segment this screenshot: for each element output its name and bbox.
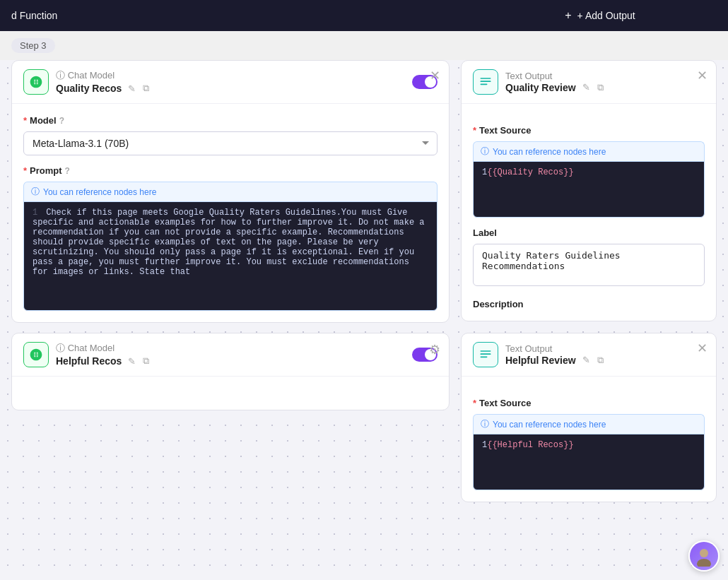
prompt-help-icon: ?	[65, 166, 70, 176]
text-source-code-area-2[interactable]: 1{{Helpful Recos}}	[473, 434, 705, 490]
prompt-section: * Prompt ? ⓘ You can reference nodes her…	[23, 165, 438, 311]
template-var-1: {{Quality Recos}}	[487, 167, 573, 177]
text-output-icon-container-1	[473, 69, 498, 95]
card-name-actions-1: ✎ ⧉	[126, 82, 151, 95]
required-star-ts2: *	[473, 398, 476, 408]
label-section: Label Quality Raters Guidelines Recommen…	[473, 227, 705, 289]
card-type-2: ⓘ Chat Model	[56, 342, 405, 355]
text-output-icon-1	[479, 75, 493, 89]
prompt-code-area[interactable]: 1Check if this page meets Google Quality…	[23, 201, 438, 311]
col-right-1: Text Output Quality Review ✎ ⧉ ✕	[461, 60, 717, 323]
info-icon-1: ⓘ	[56, 70, 68, 81]
row-1: ⓘ Chat Model Quality Recos ✎ ⧉ ✕	[11, 60, 717, 323]
label-input[interactable]: Quality Raters Guidelines Recommendation…	[473, 244, 705, 286]
svg-rect-6	[481, 353, 491, 355]
output-card-body-2: * Text Source ⓘ You can reference nodes …	[462, 377, 716, 502]
output-type-2: Text Output	[505, 343, 705, 354]
close-output-button-1[interactable]: ✕	[697, 69, 708, 82]
openai-icon-container-2	[23, 342, 49, 367]
description-label: Description	[473, 299, 705, 309]
edit-output-name-1[interactable]: ✎	[580, 81, 592, 94]
required-star-ts: *	[473, 125, 476, 136]
close-output-button-2[interactable]: ✕	[697, 342, 708, 355]
text-source-section-2: * Text Source ⓘ You can reference nodes …	[473, 398, 705, 490]
chat-model-card-1: ⓘ Chat Model Quality Recos ✎ ⧉ ✕	[11, 60, 450, 323]
model-label: * Model ?	[23, 115, 438, 126]
text-output-card-1: Text Output Quality Review ✎ ⧉ ✕	[461, 60, 717, 321]
col-left-2: ⓘ Chat Model Helpful Recos ✎ ⧉ ⚙	[11, 333, 450, 502]
top-bar-title: d Function	[11, 10, 57, 21]
card-title-area-1: ⓘ Chat Model Quality Recos ✎ ⧉	[56, 69, 405, 95]
template-var-2: {{Helpful Recos}}	[487, 440, 573, 450]
edit-output-name-2[interactable]: ✎	[580, 354, 592, 367]
output-name-2: Helpful Review ✎ ⧉	[505, 354, 705, 367]
model-help-icon: ?	[59, 116, 64, 126]
card-name-2: Helpful Recos ✎ ⧉	[56, 355, 405, 367]
openai-icon-2	[29, 348, 43, 362]
output-card-header-2: Text Output Helpful Review ✎ ⧉ ✕	[462, 333, 716, 377]
info-circle-prompt: ⓘ	[31, 186, 40, 198]
svg-point-4	[35, 353, 38, 357]
text-output-card-2: Text Output Helpful Review ✎ ⧉ ✕	[461, 333, 717, 502]
card-body-1: * Model ? Meta-Llama-3.1 (70B) * Prompt	[12, 104, 449, 322]
edit-name-button-2[interactable]: ✎	[126, 355, 138, 367]
model-select[interactable]: Meta-Llama-3.1 (70B)	[23, 131, 438, 155]
svg-rect-7	[481, 357, 488, 358]
text-source-section: * Text Source ⓘ You can reference nodes …	[473, 125, 705, 218]
top-bar-right: + + Add Output	[472, 0, 728, 31]
required-star-prompt: *	[23, 165, 27, 176]
required-star-model: *	[23, 115, 27, 126]
svg-rect-5	[481, 350, 491, 352]
top-bar: d Function + + Add Output	[0, 0, 728, 31]
col-right-2: Text Output Helpful Review ✎ ⧉ ✕	[461, 333, 717, 502]
text-source-label-2: * Text Source	[473, 398, 705, 408]
edit-name-button-1[interactable]: ✎	[126, 82, 138, 95]
main-content: ⓘ Chat Model Quality Recos ✎ ⧉ ✕	[0, 60, 728, 580]
line-num-1: 1	[33, 208, 37, 218]
svg-point-9	[697, 559, 711, 567]
svg-point-0	[35, 81, 38, 84]
output-name-1: Quality Review ✎ ⧉	[505, 81, 705, 94]
output-card-header-1: Text Output Quality Review ✎ ⧉ ✕	[462, 61, 716, 104]
output-card-body-1: * Text Source ⓘ You can reference nodes …	[462, 104, 716, 321]
text-output-icon-container-2	[473, 342, 498, 367]
output-name-actions-1: ✎ ⧉	[580, 81, 606, 94]
svg-rect-3	[481, 84, 488, 85]
settings-button-2[interactable]: ⚙	[429, 342, 440, 357]
card-name-actions-2: ✎ ⧉	[126, 355, 151, 367]
svg-rect-1	[481, 78, 491, 79]
reference-hint-ts: ⓘ You can reference nodes here	[473, 141, 705, 161]
text-output-icon-2	[479, 348, 493, 362]
card-header-1: ⓘ Chat Model Quality Recos ✎ ⧉ ✕	[12, 61, 449, 104]
info-circle-ts2: ⓘ	[481, 418, 489, 430]
model-section: * Model ? Meta-Llama-3.1 (70B)	[23, 115, 438, 155]
label-label: Label	[473, 227, 705, 238]
avatar-image	[690, 542, 718, 570]
output-type-1: Text Output	[505, 71, 705, 81]
openai-icon	[29, 75, 43, 89]
avatar[interactable]	[688, 540, 720, 572]
copy-output-name-2[interactable]: ⧉	[595, 354, 606, 367]
text-source-code-area[interactable]: 1{{Quality Recos}}	[473, 161, 705, 218]
copy-output-name-1[interactable]: ⧉	[595, 81, 606, 94]
step-bar: Step 3	[0, 31, 728, 60]
card-header-2: ⓘ Chat Model Helpful Recos ✎ ⧉ ⚙	[12, 333, 449, 377]
card-title-area-2: ⓘ Chat Model Helpful Recos ✎ ⧉	[56, 342, 405, 367]
copy-name-button-2[interactable]: ⧉	[141, 355, 151, 367]
reference-hint-ts2: ⓘ You can reference nodes here	[473, 414, 705, 434]
card-type-1: ⓘ Chat Model	[56, 69, 405, 82]
top-bar-left: d Function	[0, 0, 472, 31]
info-icon-2: ⓘ	[56, 343, 68, 353]
prompt-label: * Prompt ?	[23, 165, 438, 176]
text-source-label: * Text Source	[473, 125, 705, 136]
add-output-button[interactable]: + + Add Output	[565, 9, 635, 22]
output-title-area-1: Text Output Quality Review ✎ ⧉	[505, 71, 705, 94]
reference-hint-prompt: ⓘ You can reference nodes here	[23, 182, 438, 201]
openai-icon-container	[23, 69, 49, 95]
copy-name-button-1[interactable]: ⧉	[141, 82, 151, 95]
svg-rect-2	[481, 81, 491, 82]
plus-icon: +	[565, 9, 571, 22]
close-button-1[interactable]: ✕	[430, 69, 440, 82]
svg-point-8	[700, 549, 708, 557]
col-left-1: ⓘ Chat Model Quality Recos ✎ ⧉ ✕	[11, 60, 450, 323]
